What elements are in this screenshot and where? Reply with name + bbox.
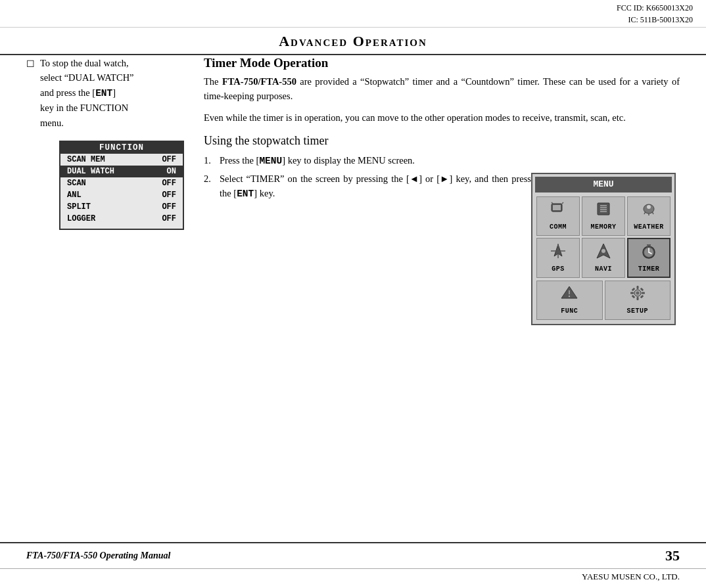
function-row-logger: LOGGER OFF (60, 213, 183, 225)
svg-rect-31 (636, 297, 638, 300)
step-2: 2. MENU (204, 171, 680, 325)
checkbox-icon: ☐ (26, 57, 35, 72)
gps-label: GPS (552, 264, 565, 275)
menu-cell-comm: COMM (536, 196, 580, 236)
svg-rect-1 (553, 205, 561, 210)
page-footer: FTA-750/FTA-550 Operating Manual 35 YAES… (0, 542, 706, 588)
navi-label: NAVI (595, 264, 612, 275)
timer-label: TIMER (638, 264, 660, 275)
func-label: FUNC (561, 306, 578, 317)
footer-copyright: YAESU MUSEN CO., LTD. (0, 568, 706, 585)
menu-cell-gps: GPS (536, 238, 580, 279)
func-icon (560, 284, 578, 305)
step-1-number: 1. (204, 153, 216, 168)
svg-point-29 (636, 292, 639, 295)
timer-icon (640, 242, 658, 263)
weather-label: WEATHER (634, 222, 664, 233)
setup-label: SETUP (626, 306, 648, 317)
footer-brand: FTA-750/FTA-550 Operating Manual (26, 551, 170, 561)
setup-icon (628, 284, 647, 305)
memory-label: MEMORY (590, 222, 616, 233)
svg-rect-32 (630, 292, 634, 294)
menu-grid-bottom: FUNC (535, 279, 672, 321)
checkbox-instruction: ☐ To stop the dual watch, select “DUAL W… (26, 56, 217, 130)
memory-icon (594, 200, 613, 221)
menu-cell-navi: NAVI (582, 238, 625, 279)
function-val-anl: OFF (162, 191, 176, 200)
function-row-dual-watch: DUAL WATCH ON (60, 166, 183, 177)
chapter-title-section: Advanced Operation (0, 28, 706, 55)
svg-point-13 (647, 205, 651, 209)
svg-rect-37 (640, 295, 644, 299)
paragraph-1: The FTA-750/FTA-550 are provided a “Stop… (204, 74, 680, 104)
step-2-number: 2. (204, 171, 216, 186)
menu-cell-weather: WEATHER (627, 196, 671, 236)
svg-point-18 (601, 249, 605, 253)
menu-cell-timer: TIMER (627, 238, 671, 279)
function-val-scan: OFF (162, 179, 176, 188)
menu-grid-top: COMM MEMORY (535, 195, 672, 279)
function-key-dual-watch: DUAL WATCH (67, 167, 114, 176)
right-column: Timer Mode Operation The FTA-750/FTA-550… (204, 56, 680, 328)
page-header: FCC ID: K6650013X20 IC: 511B-50013X20 (0, 0, 706, 28)
menu-cell-setup: SETUP (605, 281, 671, 320)
comm-label: COMM (550, 222, 567, 233)
function-row-scan: SCAN OFF (60, 177, 183, 189)
chapter-title: Advanced Operation (26, 33, 680, 50)
ent-key-ref: ENT (237, 189, 254, 199)
function-val-scan-mem: OFF (162, 155, 176, 164)
menu-screen-title: MENU (535, 177, 672, 192)
svg-rect-33 (642, 292, 645, 294)
fcc-id-line1: FCC ID: K6650013X20 (617, 3, 693, 12)
svg-line-3 (562, 202, 563, 204)
page-number: 35 (665, 547, 680, 564)
function-key-logger: LOGGER (67, 214, 95, 223)
step-1-text: Press the [MENU] key to display the MENU… (220, 153, 680, 168)
svg-rect-36 (631, 295, 635, 299)
svg-rect-30 (636, 286, 638, 289)
comm-icon (549, 200, 567, 221)
function-row-scan-mem: SCAN MEM OFF (60, 154, 183, 166)
function-key-split: SPLIT (67, 202, 91, 212)
instruction-text: To stop the dual watch, select “DUAL WAT… (40, 56, 134, 130)
menu-cell-memory: MEMORY (582, 196, 625, 236)
function-menu-title: FUNCTION (60, 142, 183, 154)
paragraph-2: Even while the timer is in operation, yo… (204, 110, 680, 125)
svg-point-27 (569, 296, 570, 297)
menu-screen-graphic: MENU COMM (531, 173, 676, 325)
function-menu-box: FUNCTION SCAN MEM OFF DUAL WATCH ON SCAN… (59, 141, 184, 230)
function-val-dual-watch: ON (167, 167, 176, 176)
weather-icon (640, 200, 658, 221)
function-row-split: SPLIT OFF (60, 201, 183, 213)
svg-rect-4 (598, 203, 609, 215)
step-2-text: MENU COMM (220, 171, 676, 325)
navi-icon (594, 242, 613, 263)
step-1: 1. Press the [MENU] key to display the M… (204, 153, 680, 168)
function-key-scan-mem: SCAN MEM (67, 155, 105, 164)
function-row-anl: ANL OFF (60, 189, 183, 201)
function-val-split: OFF (162, 202, 176, 212)
section-title: Timer Mode Operation (204, 56, 680, 70)
fcc-info: FCC ID: K6650013X20 IC: 511B-50013X20 (617, 2, 693, 26)
function-key-anl: ANL (67, 191, 82, 200)
footer-top: FTA-750/FTA-550 Operating Manual 35 (0, 543, 706, 568)
function-key-scan: SCAN (67, 179, 86, 188)
svg-rect-35 (640, 288, 644, 292)
menu-cell-func: FUNC (536, 281, 603, 320)
function-val-logger: OFF (162, 214, 176, 223)
svg-rect-34 (631, 288, 635, 292)
subsection-title: Using the stopwatch timer (204, 134, 680, 148)
left-column: ☐ To stop the dual watch, select “DUAL W… (26, 56, 217, 230)
gps-icon (549, 242, 567, 263)
model-name: FTA-750/FTA-550 (222, 76, 296, 87)
ic-line: IC: 511B-50013X20 (628, 15, 693, 24)
menu-key-ref: MENU (259, 156, 282, 166)
